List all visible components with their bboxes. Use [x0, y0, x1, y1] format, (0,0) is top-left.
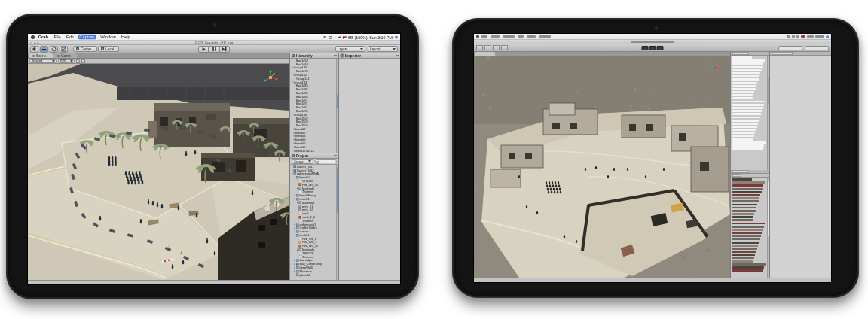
blurred-row[interactable]	[732, 269, 763, 272]
blurred-row[interactable]	[732, 69, 762, 71]
blurred-row[interactable]	[732, 232, 762, 234]
blurred-row[interactable]	[732, 117, 760, 119]
blurred-row[interactable]	[732, 126, 757, 128]
blurred-row[interactable]	[732, 223, 765, 225]
blurred-row[interactable]	[732, 144, 764, 147]
blurred-row[interactable]	[732, 200, 759, 202]
blurred-row[interactable]	[732, 123, 758, 125]
apple-logo-icon[interactable]	[476, 35, 479, 38]
menu-item-blurred[interactable]	[527, 35, 536, 38]
lighting-toggle[interactable]	[76, 59, 80, 63]
inspector-panel-tab[interactable]: Inspector	[339, 53, 400, 59]
play-button[interactable]	[198, 46, 209, 53]
display-icon[interactable]	[792, 35, 795, 38]
pivot-center-button[interactable]: Center	[73, 46, 97, 52]
us-flag-icon[interactable]	[801, 35, 805, 38]
blurred-row[interactable]	[732, 135, 754, 138]
blurred-row[interactable]	[732, 204, 757, 206]
blurred-row[interactable]	[732, 82, 757, 84]
scene-3d-viewport[interactable]	[474, 56, 730, 278]
blurred-row[interactable]	[732, 97, 753, 99]
pause-button[interactable]	[209, 46, 219, 53]
scrollbar-thumb[interactable]	[337, 167, 338, 213]
hierarchy-panel-tab[interactable]: Hierarchy	[290, 53, 338, 59]
effects-toggle[interactable]	[81, 59, 85, 63]
blurred-row[interactable]	[732, 104, 764, 106]
blurred-row[interactable]	[732, 62, 763, 65]
space-local-button[interactable]: Local	[98, 46, 119, 52]
scale-tool-button[interactable]	[501, 45, 508, 50]
scale-tool-button[interactable]	[60, 46, 68, 53]
blurred-row[interactable]	[732, 138, 753, 141]
draw-mode-dropdown[interactable]: Textured	[29, 59, 57, 63]
project-row[interactable]: ▸plainold	[290, 273, 338, 277]
apple-logo-icon[interactable]	[31, 35, 35, 39]
scene-3d-viewport[interactable]	[28, 64, 289, 280]
create-button[interactable]	[732, 174, 741, 177]
wifi-icon[interactable]	[787, 35, 790, 38]
blurred-row[interactable]	[732, 213, 754, 215]
blurred-row[interactable]	[732, 78, 759, 81]
blurred-row[interactable]	[732, 59, 765, 62]
blurred-row[interactable]	[732, 257, 754, 260]
rotate-tool-button[interactable]	[50, 46, 58, 53]
blurred-row[interactable]	[732, 56, 752, 59]
volume-icon[interactable]	[338, 35, 341, 38]
blurred-row[interactable]	[732, 245, 758, 247]
volume-icon[interactable]	[796, 35, 799, 38]
blurred-row[interactable]	[732, 120, 759, 122]
menu-item-blurred[interactable]	[539, 35, 551, 38]
blurred-row[interactable]	[732, 207, 756, 209]
blurred-row[interactable]	[732, 226, 764, 228]
menu-grab[interactable]: Grab	[37, 35, 50, 40]
layout-dropdown[interactable]: Layout	[368, 46, 398, 52]
hand-tool-button[interactable]	[476, 45, 483, 50]
pause-button[interactable]	[649, 46, 656, 50]
tab-scene[interactable]	[475, 52, 495, 56]
blurred-row[interactable]	[732, 197, 760, 199]
step-button[interactable]	[657, 46, 664, 50]
menu-help[interactable]: Help	[120, 35, 131, 40]
blurred-row[interactable]	[732, 242, 759, 244]
blurred-row[interactable]	[732, 266, 764, 269]
menu-item-blurred[interactable]	[518, 35, 524, 38]
zoom-icon[interactable]	[37, 42, 39, 44]
layers-dropdown[interactable]: Layers	[335, 46, 365, 52]
close-icon[interactable]	[30, 42, 32, 44]
menu-item-blurred[interactable]	[481, 35, 487, 38]
blurred-row[interactable]	[732, 260, 753, 263]
blurred-row[interactable]	[732, 147, 763, 150]
project-panel-tab[interactable]: Project	[290, 153, 338, 159]
tab-scene[interactable]: Scene	[29, 53, 53, 58]
blurred-row[interactable]	[732, 72, 760, 74]
blurred-row[interactable]	[732, 248, 757, 250]
create-button[interactable]: Create	[292, 160, 313, 164]
blurred-row[interactable]	[732, 216, 753, 218]
panel-menu-icon[interactable]	[334, 155, 337, 157]
hand-tool-button[interactable]	[30, 46, 38, 53]
blurred-row[interactable]	[732, 194, 760, 196]
move-tool-button[interactable]	[40, 46, 48, 53]
blurred-row[interactable]	[732, 101, 765, 103]
blurred-row[interactable]	[732, 85, 756, 87]
blurred-row[interactable]	[732, 141, 766, 144]
blurred-row[interactable]	[732, 235, 761, 237]
blurred-row[interactable]	[732, 110, 762, 112]
blurred-row[interactable]	[732, 75, 760, 77]
clock[interactable]	[815, 35, 824, 38]
project-search-input[interactable]	[315, 160, 337, 163]
layout-dropdown[interactable]	[805, 46, 829, 50]
blurred-row[interactable]	[732, 94, 753, 96]
blurred-row[interactable]	[732, 66, 763, 68]
blurred-row[interactable]	[732, 263, 766, 266]
spotlight-icon[interactable]	[826, 35, 829, 38]
spotlight-icon[interactable]	[395, 35, 398, 38]
layers-dropdown[interactable]	[778, 46, 802, 50]
blurred-row[interactable]	[732, 107, 763, 109]
blurred-row[interactable]	[732, 88, 756, 90]
blurred-row[interactable]	[732, 188, 763, 190]
move-tool-button[interactable]	[484, 45, 491, 50]
bluetooth-icon[interactable]	[335, 35, 336, 38]
panel-menu-icon[interactable]	[396, 55, 399, 57]
blurred-row[interactable]	[732, 219, 753, 221]
